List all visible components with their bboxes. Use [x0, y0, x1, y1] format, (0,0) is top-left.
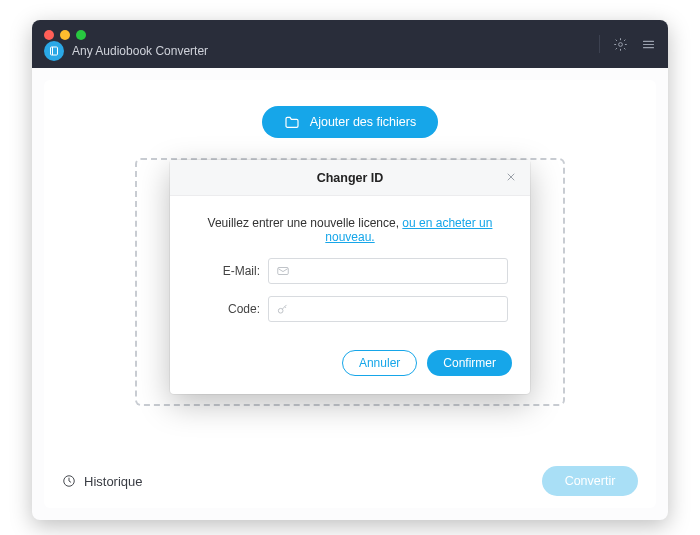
email-input-wrap	[268, 258, 508, 284]
close-window-button[interactable]	[44, 30, 54, 40]
add-files-label: Ajouter des fichiers	[310, 115, 416, 129]
svg-rect-0	[51, 47, 58, 55]
close-icon	[505, 171, 517, 183]
app-brand: Any Audiobook Converter	[44, 41, 208, 61]
code-row: Code:	[192, 296, 508, 322]
modal-close-button[interactable]	[502, 168, 520, 186]
modal-footer: Annuler Confirmer	[170, 340, 530, 394]
code-input-wrap	[268, 296, 508, 322]
email-row: E-Mail:	[192, 258, 508, 284]
code-label: Code:	[192, 302, 260, 316]
clock-icon	[62, 474, 76, 488]
license-modal: Changer ID Veuillez entrer une nouvelle …	[170, 160, 530, 394]
menu-button[interactable]	[640, 36, 656, 52]
window-controls	[44, 30, 86, 40]
menu-icon	[641, 37, 656, 52]
maximize-window-button[interactable]	[76, 30, 86, 40]
mail-icon	[276, 264, 290, 281]
app-title: Any Audiobook Converter	[72, 44, 208, 58]
settings-button[interactable]	[612, 36, 628, 52]
svg-point-1	[618, 42, 622, 46]
convert-label: Convertir	[565, 474, 616, 488]
divider	[599, 35, 600, 53]
cancel-button[interactable]: Annuler	[342, 350, 417, 376]
confirm-label: Confirmer	[443, 356, 496, 370]
cancel-label: Annuler	[359, 356, 400, 370]
history-button[interactable]: Historique	[62, 474, 143, 489]
svg-point-4	[278, 308, 283, 313]
modal-message-text: Veuillez entrer une nouvelle licence,	[208, 216, 403, 230]
svg-rect-3	[278, 268, 289, 275]
key-icon	[276, 302, 290, 319]
modal-title: Changer ID	[317, 171, 384, 185]
history-label: Historique	[84, 474, 143, 489]
bottom-bar: Historique Convertir	[62, 466, 638, 496]
email-input[interactable]	[297, 259, 507, 283]
folder-icon	[284, 115, 300, 129]
confirm-button[interactable]: Confirmer	[427, 350, 512, 376]
email-label: E-Mail:	[192, 264, 260, 278]
gear-icon	[613, 37, 628, 52]
app-window: Any Audiobook Converter Ajouter des fich…	[32, 20, 668, 520]
titlebar: Any Audiobook Converter	[32, 20, 668, 68]
code-input[interactable]	[297, 297, 507, 321]
add-files-button[interactable]: Ajouter des fichiers	[262, 106, 438, 138]
modal-header: Changer ID	[170, 160, 530, 196]
app-logo-icon	[44, 41, 64, 61]
titlebar-right	[599, 35, 656, 53]
minimize-window-button[interactable]	[60, 30, 70, 40]
modal-message: Veuillez entrer une nouvelle licence, ou…	[192, 216, 508, 244]
modal-body: Veuillez entrer une nouvelle licence, ou…	[170, 196, 530, 340]
convert-button[interactable]: Convertir	[542, 466, 638, 496]
